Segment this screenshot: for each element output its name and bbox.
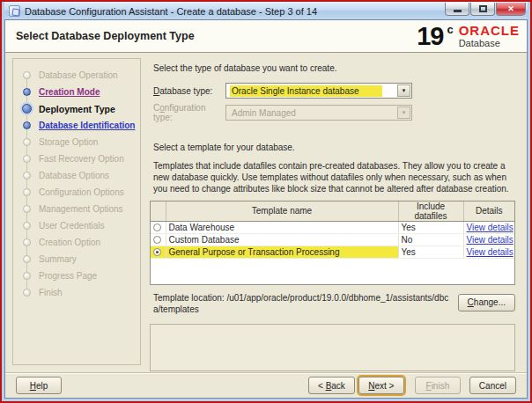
step-bullet-icon <box>23 272 31 280</box>
table-row-custom-database[interactable]: Custom Database No View details <box>151 233 514 245</box>
dialog: Select Database Deployment Type 19 c ORA… <box>4 19 528 399</box>
next-button[interactable]: Next > <box>358 377 404 394</box>
minimize-button[interactable] <box>445 3 469 16</box>
column-header-template-name: Template name <box>166 202 398 222</box>
sidebar-item-configuration-options: Configuration Options <box>13 184 140 201</box>
message-box <box>150 324 515 371</box>
dbca-window: Database Configuration Assistant - Creat… <box>0 0 532 403</box>
sidebar-item-management-options: Management Options <box>13 201 140 217</box>
table-row-general-purpose[interactable]: General Purpose or Transaction Processin… <box>151 245 514 258</box>
logo-superscript: c <box>447 24 453 36</box>
help-button[interactable]: Help <box>16 377 62 394</box>
back-button[interactable]: < Back <box>308 377 355 394</box>
radio-data-warehouse[interactable] <box>153 223 161 231</box>
template-name-cell: General Purpose or Transaction Processin… <box>166 245 398 258</box>
sidebar-item-progress-page: Progress Page <box>13 267 140 284</box>
column-header-include-datafiles: Include datafiles <box>398 202 463 222</box>
oracle-19c-logo: 19 c ORACLE Database <box>417 24 520 48</box>
template-name-cell: Custom Database <box>166 233 398 245</box>
step-bullet-icon <box>23 205 31 213</box>
step-bullet-icon <box>23 138 31 146</box>
include-datafiles-cell: Yes <box>398 221 463 233</box>
minimize-icon <box>454 10 462 12</box>
step-bullet-icon <box>23 188 31 196</box>
template-location-text: Template location: /u01/app/oracle/produ… <box>150 292 451 316</box>
maximize-icon <box>479 5 487 12</box>
configuration-type-row: Configuration type: Admin Managed ▼ <box>153 105 515 121</box>
database-type-select[interactable]: Oracle Single Instance database ▼ <box>225 83 412 99</box>
step-bullet-icon <box>23 238 31 246</box>
configuration-type-select: Admin Managed ▼ <box>225 105 412 121</box>
column-header-details: Details <box>463 202 514 222</box>
configuration-type-label: Configuration type: <box>153 103 225 122</box>
cancel-button[interactable]: Cancel <box>469 377 516 394</box>
chevron-down-icon: ▼ <box>397 106 410 119</box>
radio-general-purpose[interactable] <box>153 248 161 256</box>
step-bullet-icon <box>23 289 31 297</box>
page-title: Select Database Deployment Type <box>16 30 417 42</box>
sidebar-item-database-options: Database Options <box>13 167 140 184</box>
sidebar-item-finish: Finish <box>13 284 140 301</box>
table-row-data-warehouse[interactable]: Data Warehouse Yes View details <box>151 221 514 233</box>
radio-custom-database[interactable] <box>153 236 161 244</box>
intro-text: Select the type of database you want to … <box>153 63 515 73</box>
step-bullet-icon <box>23 172 31 180</box>
configuration-type-value: Admin Managed <box>230 107 319 119</box>
include-datafiles-cell: No <box>398 233 463 245</box>
database-type-value: Oracle Single Instance database <box>230 85 382 97</box>
titlebar[interactable]: Database Configuration Assistant - Creat… <box>4 2 528 19</box>
logo-version: 19 <box>417 24 443 48</box>
step-bullet-icon <box>22 104 32 114</box>
finish-button: Finish <box>415 377 461 394</box>
app-icon[interactable] <box>9 5 20 17</box>
close-button[interactable]: ✕ <box>496 3 526 16</box>
button-bar: Help < Back Next > Finish Cancel <box>5 372 527 398</box>
database-type-row: Database type: Oracle Single Instance da… <box>153 83 515 99</box>
window-frame: Database Configuration Assistant - Creat… <box>2 2 530 401</box>
sidebar-item-database-operation: Database Operation <box>13 67 140 84</box>
step-bullet-icon <box>23 121 31 129</box>
sidebar-item-creation-mode[interactable]: Creation Mode <box>13 84 140 100</box>
change-button[interactable]: Change... <box>458 294 515 311</box>
sidebar-item-deployment-type: Deployment Type <box>13 100 140 117</box>
step-bullet-icon <box>23 255 31 263</box>
template-location-label: Template location: <box>153 293 225 303</box>
view-details-link[interactable]: View details <box>467 235 514 245</box>
oracle-brand: ORACLE <box>459 24 520 37</box>
template-intro-text: Select a template for your database. <box>153 143 515 152</box>
sidebar-item-fast-recovery-option: Fast Recovery Option <box>13 150 140 167</box>
view-details-link[interactable]: View details <box>467 247 514 257</box>
step-bullet-icon <box>23 71 31 79</box>
oracle-product: Database <box>459 38 500 48</box>
close-icon: ✕ <box>507 4 514 13</box>
step-list: Database Operation Creation Mode Deploym… <box>13 67 140 301</box>
content-area: Database Operation Creation Mode Deploym… <box>5 53 527 372</box>
table-header-row: Template name Include datafiles Details <box>151 202 514 222</box>
sidebar-item-creation-option: Creation Option <box>13 234 140 251</box>
step-bullet-icon <box>23 155 31 163</box>
window-controls: ✕ <box>445 3 526 16</box>
maximize-button[interactable] <box>470 3 495 16</box>
step-bullet-icon <box>23 222 31 230</box>
sidebar-item-summary: Summary <box>13 251 140 267</box>
window-title: Database Configuration Assistant - Creat… <box>25 6 440 17</box>
sidebar-item-user-credentials: User Credentials <box>13 217 140 234</box>
template-location-row: Template location: /u01/app/oracle/produ… <box>150 292 515 316</box>
page-header: Select Database Deployment Type 19 c ORA… <box>5 20 527 53</box>
template-name-cell: Data Warehouse <box>166 221 398 233</box>
sidebar-item-storage-option: Storage Option <box>13 134 140 150</box>
radio-column-header <box>151 202 166 222</box>
chevron-down-icon[interactable]: ▼ <box>397 84 410 97</box>
step-bullet-icon <box>23 88 31 96</box>
include-datafiles-cell: Yes <box>398 245 463 258</box>
sidebar-item-database-identification[interactable]: Database Identification <box>13 117 140 134</box>
wizard-steps-sidebar: Database Operation Creation Mode Deploym… <box>12 58 141 365</box>
view-details-link[interactable]: View details <box>467 223 514 232</box>
main-panel: Select the type of database you want to … <box>141 53 527 372</box>
database-type-label: Database type: <box>153 86 225 96</box>
template-table: Template name Include datafiles Details … <box>150 201 515 285</box>
template-note-text: Templates that include datafiles contain… <box>153 160 515 195</box>
